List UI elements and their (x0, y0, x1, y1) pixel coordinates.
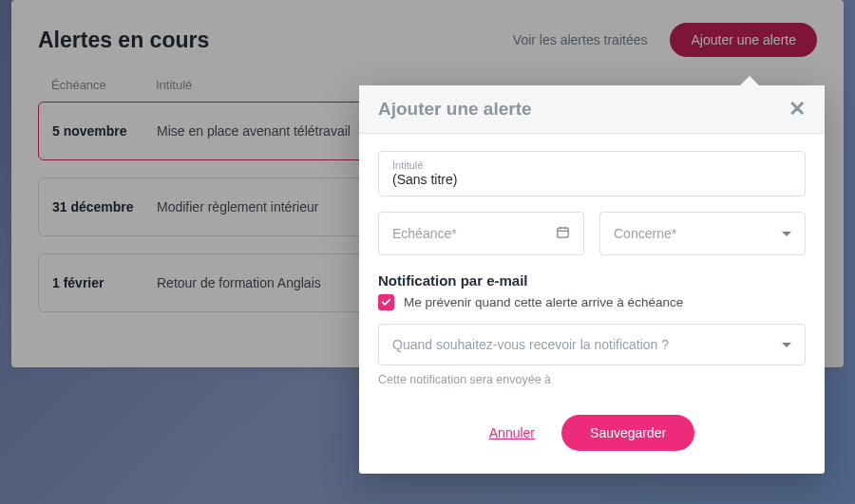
notify-checkbox[interactable] (378, 294, 394, 310)
concerne-placeholder: Concerne* (614, 226, 676, 241)
svg-rect-0 (558, 228, 568, 237)
check-icon (381, 297, 391, 308)
notification-help-text: Cette notification sera envoyée à (378, 373, 806, 386)
notification-when-placeholder: Quand souhaitez-vous recevoir la notific… (392, 337, 669, 352)
notify-checkbox-row[interactable]: Me prévenir quand cette alerte arrive à … (378, 294, 806, 310)
modal-title: Ajouter une alerte (378, 99, 532, 120)
notification-when-select[interactable]: Quand souhaitez-vous recevoir la notific… (378, 324, 806, 365)
modal-header: Ajouter une alerte ✕ (359, 85, 825, 134)
echeance-field[interactable]: Echéance* (378, 212, 584, 255)
add-alert-modal: Ajouter une alerte ✕ Intitulé Echéance* (359, 85, 825, 474)
notify-checkbox-label: Me prévenir quand cette alerte arrive à … (404, 295, 683, 309)
intitule-input[interactable] (392, 172, 791, 187)
modal-footer: Annuler Sauvegarder (359, 411, 825, 474)
date-concerne-row: Echéance* Concerne* (378, 212, 806, 255)
intitule-field[interactable]: Intitulé (378, 151, 806, 196)
save-button[interactable]: Sauvegarder (561, 415, 694, 451)
notification-heading: Notification par e-mail (378, 272, 806, 289)
echeance-placeholder: Echéance* (392, 226, 457, 241)
concerne-field[interactable]: Concerne* (599, 212, 806, 255)
modal-arrow (739, 76, 760, 86)
chevron-down-icon (782, 343, 791, 347)
calendar-icon (556, 225, 570, 242)
modal-body: Intitulé Echéance* Concerne* (359, 134, 825, 411)
intitule-label: Intitulé (392, 159, 791, 171)
close-icon[interactable]: ✕ (788, 99, 806, 120)
chevron-down-icon (782, 232, 791, 236)
cancel-button[interactable]: Annuler (489, 425, 535, 440)
